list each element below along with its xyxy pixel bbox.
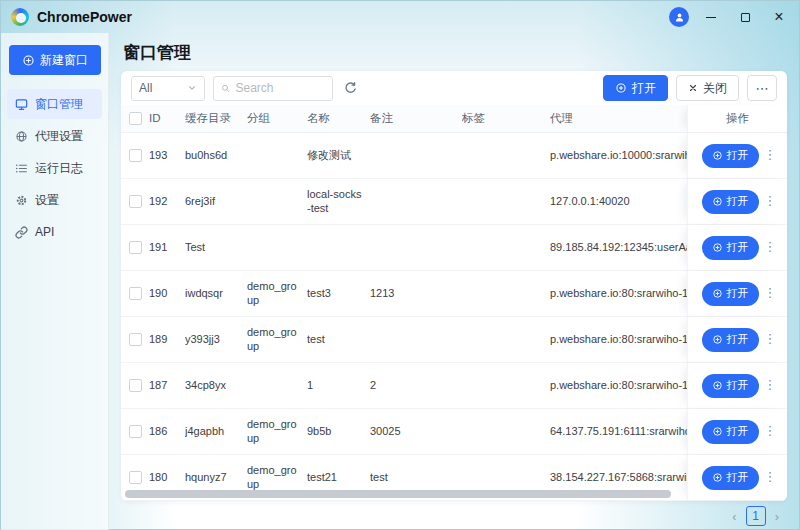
window-list-panel: All <box>121 71 787 501</box>
open-icon <box>712 242 723 253</box>
row-open-button[interactable]: 打开 <box>702 466 759 490</box>
close-selected-label: 关闭 <box>703 80 727 97</box>
row-more-icon[interactable]: ⋮ <box>764 331 774 347</box>
sidebar-item-settings[interactable]: 设置 <box>7 185 102 215</box>
row-more-icon[interactable]: ⋮ <box>764 423 774 439</box>
table-row: 193 bu0hs6d 修改测试 p.webshare.io:10000:sra… <box>121 133 787 179</box>
cell-remark: test <box>370 471 462 485</box>
close-selected-button[interactable]: 关闭 <box>676 75 739 101</box>
row-checkbox[interactable] <box>129 333 142 346</box>
chevron-down-icon <box>187 83 197 93</box>
select-all-checkbox[interactable] <box>129 112 142 125</box>
row-open-label: 打开 <box>727 424 749 439</box>
row-open-button[interactable]: 打开 <box>702 236 759 260</box>
row-open-label: 打开 <box>727 240 749 255</box>
row-open-button[interactable]: 打开 <box>702 374 759 398</box>
main-content: 窗口管理 All <box>109 33 799 530</box>
pagination: ‹ 1 › <box>121 501 787 530</box>
horizontal-scrollbar <box>125 490 783 498</box>
prev-page-icon[interactable]: ‹ <box>730 509 738 524</box>
sidebar-item-run-logs[interactable]: 运行日志 <box>7 153 102 183</box>
cell-proxy: 89.185.84.192:12345:userAazd312:pa <box>550 241 687 255</box>
sidebar-item-proxy-settings[interactable]: 代理设置 <box>7 121 102 151</box>
row-open-label: 打开 <box>727 378 749 393</box>
sidebar-item-window-manage[interactable]: 窗口管理 <box>7 89 102 119</box>
sidebar-item-label: API <box>35 225 54 239</box>
filter-select[interactable]: All <box>131 76 205 101</box>
cell-proxy: p.webshare.io:80:srarwiho-1:atonupx <box>550 333 687 347</box>
row-checkbox[interactable] <box>129 471 142 484</box>
app-logo-icon <box>11 8 29 26</box>
sidebar-item-label: 代理设置 <box>35 128 83 145</box>
cell-proxy: 38.154.227.167:5868:srarwiho:atonup <box>550 471 687 485</box>
open-selected-button[interactable]: 打开 <box>603 75 668 101</box>
table-row: 191 Test 89.185.84.192:12345:userAazd312… <box>121 225 787 271</box>
header-tag: 标签 <box>462 111 550 125</box>
cell-name: 9b5b <box>307 425 370 439</box>
table-row: 192 6rej3if local-socks-test 127.0.0.1:4… <box>121 179 787 225</box>
row-checkbox[interactable] <box>129 149 142 162</box>
cell-name: local-socks-test <box>307 188 370 216</box>
row-open-label: 打开 <box>727 286 749 301</box>
refresh-button[interactable] <box>341 79 359 97</box>
row-open-button[interactable]: 打开 <box>702 328 759 352</box>
scrollbar-thumb[interactable] <box>125 490 671 498</box>
cell-remark: 1213 <box>370 287 462 301</box>
cell-id: 187 <box>149 379 185 393</box>
row-open-button[interactable]: 打开 <box>702 144 759 168</box>
open-icon <box>712 196 723 207</box>
row-checkbox[interactable] <box>129 425 142 438</box>
row-more-icon[interactable]: ⋮ <box>764 239 774 255</box>
close-button[interactable]: × <box>767 6 791 28</box>
open-icon <box>712 426 723 437</box>
cell-group: demo_group <box>247 464 307 492</box>
close-icon: × <box>774 9 783 25</box>
cell-cache-dir: hqunyz7 <box>185 471 247 485</box>
header-operation: 操作 <box>687 105 787 132</box>
row-checkbox[interactable] <box>129 287 142 300</box>
next-page-icon[interactable]: › <box>773 509 781 524</box>
minimize-button[interactable] <box>699 6 723 28</box>
cell-cache-dir: bu0hs6d <box>185 149 247 163</box>
log-icon <box>15 162 28 175</box>
row-more-icon[interactable]: ⋮ <box>764 469 774 485</box>
row-more-icon[interactable]: ⋮ <box>764 285 774 301</box>
link-icon <box>15 226 28 239</box>
open-icon <box>712 334 723 345</box>
cell-name: 1 <box>307 379 370 393</box>
table-header: ID 缓存目录 分组 名称 备注 标签 代理 操作 <box>121 105 787 133</box>
cell-id: 186 <box>149 425 185 439</box>
row-open-label: 打开 <box>727 194 749 209</box>
search-input[interactable] <box>235 81 325 95</box>
row-more-icon[interactable]: ⋮ <box>764 377 774 393</box>
row-open-button[interactable]: 打开 <box>702 420 759 444</box>
sidebar-item-label: 运行日志 <box>35 160 83 177</box>
cell-proxy: 127.0.0.1:40020 <box>550 195 687 209</box>
row-more-icon[interactable]: ⋮ <box>764 147 774 163</box>
row-open-label: 打开 <box>727 332 749 347</box>
row-open-button[interactable]: 打开 <box>702 190 759 214</box>
row-checkbox[interactable] <box>129 195 142 208</box>
header-group: 分组 <box>247 111 307 125</box>
new-window-button[interactable]: 新建窗口 <box>9 45 101 75</box>
table-row: 187 34cp8yx 1 2 p.webshare.io:80:srarwih… <box>121 363 787 409</box>
row-checkbox[interactable] <box>129 241 142 254</box>
user-avatar[interactable] <box>669 7 689 27</box>
row-open-button[interactable]: 打开 <box>702 282 759 306</box>
row-checkbox[interactable] <box>129 379 142 392</box>
sidebar-item-label: 窗口管理 <box>35 96 83 113</box>
row-more-icon[interactable]: ⋮ <box>764 193 774 209</box>
row-open-label: 打开 <box>727 470 749 485</box>
cell-name: 修改测试 <box>307 149 370 163</box>
cell-id: 191 <box>149 241 185 255</box>
sidebar: 新建窗口 窗口管理 代理设置 运行日志 <box>1 33 109 530</box>
sidebar-item-api[interactable]: API <box>7 217 102 247</box>
minimize-icon <box>706 17 716 18</box>
cell-cache-dir: 34cp8yx <box>185 379 247 393</box>
plus-circle-icon <box>22 54 35 67</box>
sidebar-item-label: 设置 <box>35 192 59 209</box>
more-actions-button[interactable]: ⋯ <box>747 75 777 101</box>
maximize-button[interactable] <box>733 6 757 28</box>
page-number[interactable]: 1 <box>746 506 766 526</box>
close-x-icon <box>688 83 698 93</box>
